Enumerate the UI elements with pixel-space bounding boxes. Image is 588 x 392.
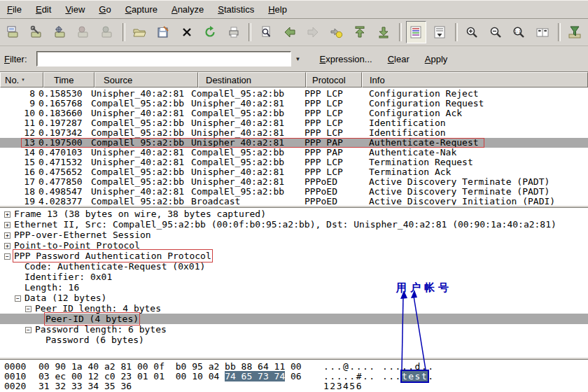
menu-statistics[interactable]: Statistics <box>211 2 261 17</box>
packet-row[interactable]: 80.158530Unispher_40:a2:81CompalEl_95:a2… <box>0 89 588 99</box>
go-top-button[interactable] <box>350 21 371 43</box>
go-to-packet-button[interactable] <box>326 21 347 43</box>
packet-row[interactable]: 100.183660Unispher_40:a2:81CompalEl_95:a… <box>0 108 588 118</box>
detail-row[interactable]: Password (6 bytes) <box>0 335 588 345</box>
collapse-expander-icon[interactable]: − <box>15 295 21 302</box>
packet-row[interactable]: 160.475652CompalEl_95:a2:bbUnispher_40:a… <box>0 167 588 177</box>
expand-expander-icon[interactable]: + <box>4 232 10 239</box>
go-bottom-button[interactable] <box>373 21 394 43</box>
detail-row[interactable]: +PPP-over-Ethernet Session <box>0 230 588 240</box>
capture-start-button[interactable] <box>50 21 71 43</box>
go-back-button[interactable] <box>279 21 300 43</box>
packet-row[interactable]: 110.197287CompalEl_95:a2:bbUnispher_40:a… <box>0 118 588 128</box>
back-arrow-icon <box>283 25 297 39</box>
collapse-expander-icon[interactable]: − <box>25 327 31 333</box>
expand-expander-icon[interactable]: + <box>4 211 10 218</box>
go-forward-button[interactable] <box>302 21 323 43</box>
menu-go[interactable]: Go <box>92 2 118 17</box>
capture-options-button[interactable] <box>27 21 48 43</box>
detail-row[interactable]: Length: 16 <box>0 282 588 293</box>
hex-line[interactable]: 002031 32 33 34 35 36123456 <box>0 382 588 391</box>
column-header-no[interactable]: No.▾ <box>0 72 43 88</box>
detail-row-label: Peer-ID (4 bytes) <box>46 314 139 324</box>
menu-file[interactable]: File <box>0 2 29 17</box>
packet-cell-dest: Unispher_40:a2:81 <box>191 138 284 148</box>
capture-filter-button[interactable] <box>565 21 586 43</box>
collapse-expander-icon[interactable]: − <box>4 253 10 260</box>
reload-icon <box>203 25 217 39</box>
packet-cell-no: 16 <box>0 167 35 177</box>
filter-input[interactable] <box>36 51 291 66</box>
expand-expander-icon[interactable]: + <box>4 222 10 228</box>
detail-row[interactable]: +Ethernet II, Src: CompalEl_95:a2:bb (00… <box>0 219 588 230</box>
packet-row[interactable]: 90.165768CompalEl_95:a2:bbUnispher_40:a2… <box>0 99 588 108</box>
filter-clear-button[interactable]: Clear <box>388 54 410 64</box>
detail-row[interactable]: +Frame 13 (38 bytes on wire, 38 bytes ca… <box>0 209 588 219</box>
save-file-button[interactable] <box>153 21 174 43</box>
resize-columns-icon <box>536 25 550 39</box>
capture-start-icon <box>53 25 67 39</box>
detail-row-label: PPP Password Authentication Protocol <box>14 251 211 261</box>
detail-row[interactable]: −Data (12 bytes) <box>0 293 588 303</box>
capture-stop-button[interactable] <box>74 21 94 43</box>
find-packet-button[interactable] <box>255 21 276 43</box>
column-header-time[interactable]: Time <box>43 72 94 88</box>
filter-apply-button[interactable]: Apply <box>425 54 448 64</box>
packet-row[interactable]: 130.197500CompalEl_95:a2:bbUnispher_40:a… <box>0 138 588 148</box>
packet-row[interactable]: 180.498547Unispher_40:a2:81CompalEl_95:a… <box>0 187 588 197</box>
packet-list-rows: 80.158530Unispher_40:a2:81CompalEl_95:a2… <box>0 88 588 206</box>
packet-cell-no: 12 <box>0 128 35 138</box>
resize-columns-button[interactable] <box>532 21 553 43</box>
detail-row[interactable]: −Password length: 6 bytes <box>0 324 588 335</box>
zoom-in-button[interactable] <box>462 21 483 43</box>
packet-row[interactable]: 140.470103Unispher_40:a2:81CompalEl_95:a… <box>0 148 588 158</box>
detail-row[interactable]: −Peer ID length: 4 bytes <box>0 303 588 314</box>
zoom-out-button[interactable] <box>485 21 506 43</box>
capture-restart-button[interactable] <box>97 21 118 43</box>
close-capture-button[interactable] <box>176 21 197 43</box>
packet-cell-dest: Unispher_40:a2:81 <box>191 167 284 177</box>
detail-row[interactable]: Code: Authenticate-Request (0x01) <box>0 261 588 272</box>
column-header-protocol[interactable]: Protocol <box>306 72 362 88</box>
menu-edit[interactable]: Edit <box>29 2 58 17</box>
interfaces-button[interactable] <box>3 21 24 43</box>
toolbar-separator <box>122 23 125 41</box>
print-button[interactable] <box>223 21 244 43</box>
capture-options-icon <box>29 25 43 39</box>
column-header-destination[interactable]: Destination <box>198 72 306 88</box>
packet-cell-proto: PPP PAP <box>304 138 343 148</box>
colorize-button[interactable] <box>406 21 427 43</box>
collapse-expander-icon[interactable]: − <box>25 306 31 312</box>
packet-cell-source: CompalEl_95:a2:bb <box>91 177 184 187</box>
detail-row[interactable]: Peer-ID (4 bytes) <box>0 314 588 324</box>
detail-row[interactable]: Identifier: 0x01 <box>0 272 588 282</box>
hex-bytes: 03 ec 00 12 c0 23 01 01 00 10 04 74 65 7… <box>38 372 302 382</box>
packet-cell-source: Unispher_40:a2:81 <box>91 148 184 158</box>
open-file-button[interactable] <box>130 21 150 43</box>
reload-button[interactable] <box>200 21 220 43</box>
detail-row[interactable]: +Point-to-Point Protocol <box>0 240 588 251</box>
menu-help[interactable]: Help <box>261 2 294 17</box>
column-header-info[interactable]: Info <box>362 72 588 88</box>
column-header-source[interactable]: Source <box>94 72 198 88</box>
detail-row[interactable]: −PPP Password Authentication Protocol <box>0 251 588 261</box>
close-icon <box>180 25 194 39</box>
auto-scroll-button[interactable] <box>429 21 450 43</box>
menu-capture[interactable]: Capture <box>118 2 164 17</box>
hex-line[interactable]: 001003 ec 00 12 c0 23 01 01 00 10 04 74 … <box>0 372 588 382</box>
packet-cell-time: 0.498547 <box>38 187 83 197</box>
detail-row-label: Point-to-Point Protocol <box>14 240 140 251</box>
detail-row-label: Frame 13 (38 bytes on wire, 38 bytes cap… <box>14 209 266 219</box>
hex-line[interactable]: 000000 90 1a 40 a2 81 00 0f b0 95 a2 bb … <box>0 362 588 372</box>
packet-cell-dest: CompalEl_95:a2:bb <box>191 108 284 118</box>
packet-row[interactable]: 150.471532Unispher_40:a2:81CompalEl_95:a… <box>0 158 588 167</box>
expand-expander-icon[interactable]: + <box>4 243 10 249</box>
packet-row[interactable]: 120.197342CompalEl_95:a2:bbUnispher_40:a… <box>0 128 588 138</box>
menu-analyze[interactable]: Analyze <box>164 2 211 17</box>
packet-row[interactable]: 170.477850CompalEl_95:a2:bbUnispher_40:a… <box>0 177 588 187</box>
zoom-100-button[interactable]: 1:1 <box>509 21 530 43</box>
menu-view[interactable]: View <box>58 2 92 17</box>
filter-expression-button[interactable]: Expression... <box>320 54 372 64</box>
packet-cell-proto: PPP LCP <box>304 167 343 177</box>
filter-dropdown-button[interactable]: ▼ <box>292 51 304 66</box>
